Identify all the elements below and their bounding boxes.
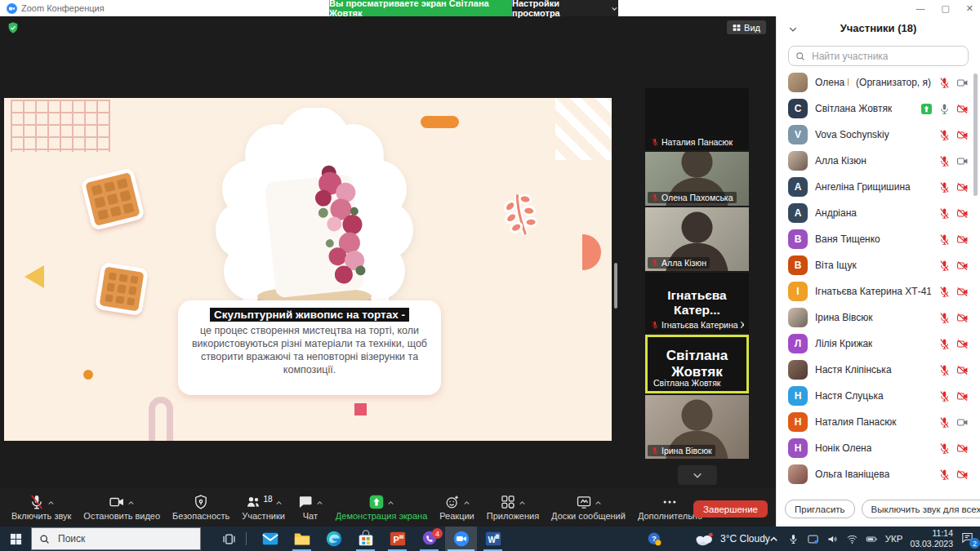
taskbar-zoom[interactable] xyxy=(445,527,477,551)
ring-decoration xyxy=(83,370,93,380)
toolbar-mic-muted[interactable]: Включить звук xyxy=(8,492,74,522)
filmstrip-collapse-button[interactable] xyxy=(678,465,717,485)
chevron-up-icon[interactable] xyxy=(387,495,394,503)
camera-off-icon xyxy=(956,129,969,141)
half-circle-decoration xyxy=(582,234,601,270)
participant-row[interactable]: Ірина Вівсюк xyxy=(777,304,980,331)
chevron-up-icon[interactable] xyxy=(595,495,602,503)
participant-name: Настя Слуцька xyxy=(815,390,884,402)
notification-center-icon[interactable]: 2 xyxy=(960,531,977,547)
participant-search[interactable] xyxy=(788,46,969,66)
participant-row[interactable]: ННонік Олена xyxy=(777,435,980,461)
avatar: І xyxy=(788,282,808,301)
toolbar-apps[interactable]: Приложения xyxy=(483,492,542,522)
word-icon: W xyxy=(484,530,502,548)
battery-icon[interactable] xyxy=(866,533,878,545)
participant-row[interactable]: ВВаня Тищенко xyxy=(777,226,980,252)
video-tile[interactable]: Алла Кізюн xyxy=(645,207,749,271)
tablet-icon[interactable] xyxy=(807,533,819,545)
taskbar-viber[interactable]: 4 xyxy=(413,527,445,551)
minimize-icon[interactable]: — xyxy=(915,4,924,13)
chevron-up-icon[interactable] xyxy=(275,495,283,503)
task-view-icon[interactable] xyxy=(219,527,238,551)
video-filmstrip: Наталия ПанасюкОлена ПахомськаАлла Кізюн… xyxy=(645,88,749,485)
chevron-up-icon[interactable] xyxy=(316,495,323,503)
participant-tag: (Организатор, я) xyxy=(856,77,931,88)
participant-row[interactable]: ННастя Слуцька xyxy=(777,383,980,409)
help-tray-icon[interactable]: ? xyxy=(642,527,666,551)
weather-text: 3°C Cloudy xyxy=(720,533,770,544)
taskbar-separator xyxy=(246,532,247,545)
participant-row[interactable]: ННаталия Панасюк xyxy=(777,409,980,435)
microphone-icon[interactable] xyxy=(787,533,800,545)
view-button[interactable]: Вид xyxy=(727,20,766,34)
leaf-decoration xyxy=(497,184,544,242)
close-icon[interactable]: ✕ xyxy=(966,4,973,13)
end-meeting-button[interactable]: Завершение xyxy=(693,500,768,518)
participants-panel: Участники (18) Олена Пахомс...(Организат… xyxy=(776,16,980,527)
tile-label-text: Ігнатьєва Катерина ХТ... xyxy=(662,320,744,330)
participant-row[interactable]: ЛЛілія Крижак xyxy=(777,331,980,357)
taskbar-edge[interactable] xyxy=(318,527,350,551)
panel-scrollbar[interactable] xyxy=(973,73,978,196)
toolbar-label: Доски сообщений xyxy=(551,511,626,521)
participant-row[interactable]: AАндріана xyxy=(777,200,980,226)
participant-row[interactable]: ІІгнатьєва Катерина ХТ-41д xyxy=(777,278,980,304)
toolbar-screen-share[interactable]: Демонстрация экрана xyxy=(332,492,430,522)
maximize-icon[interactable]: ▢ xyxy=(941,4,949,13)
participant-row[interactable]: Ольга Іваніщева xyxy=(777,461,980,487)
app-title: Zoom Конференция xyxy=(21,3,105,13)
taskbar-clock[interactable]: 11:14 03.03.2023 xyxy=(910,528,953,549)
camera-off-icon xyxy=(956,390,969,402)
taskbar-word[interactable]: W xyxy=(477,527,509,551)
toolbar-whiteboard[interactable]: Доски сообщений xyxy=(548,492,629,522)
chevron-up-icon[interactable] xyxy=(127,495,135,503)
video-tile[interactable]: Світлана ЖовтякСвітлана Жовтяк xyxy=(645,335,749,393)
tile-label-text: Алла Кізюн xyxy=(662,258,706,268)
taskbar-mail[interactable] xyxy=(254,527,286,551)
chevron-up-icon[interactable] xyxy=(47,495,55,503)
taskbar-search[interactable] xyxy=(31,527,201,550)
participant-row[interactable]: Настя Кліпінська xyxy=(777,357,980,383)
toolbar-participants[interactable]: 18Участники xyxy=(238,492,288,522)
taskbar-explorer[interactable] xyxy=(286,527,318,551)
panel-resize-handle[interactable] xyxy=(614,263,617,309)
chevron-up-icon[interactable] xyxy=(519,495,526,503)
participant-search-input[interactable] xyxy=(810,50,961,63)
camera-off-icon xyxy=(956,364,969,376)
participant-row[interactable]: AАнгеліна Грищишина xyxy=(777,174,980,200)
wifi-icon[interactable] xyxy=(846,533,858,545)
participant-row[interactable]: Олена Пахомс...(Организатор, я) xyxy=(777,69,980,96)
chevron-up-icon[interactable] xyxy=(463,495,470,503)
chevron-up-icon[interactable] xyxy=(768,533,780,545)
invite-button[interactable]: Пригласить xyxy=(785,500,855,518)
svg-text:W: W xyxy=(488,535,496,544)
mic-muted-icon xyxy=(938,364,951,376)
weather-widget[interactable]: 3°C Cloudy xyxy=(694,527,770,551)
toolbar-camera[interactable]: Остановить видео xyxy=(80,492,163,522)
video-tile[interactable]: Ігнатьєва Катер...Ігнатьєва Катерина ХТ.… xyxy=(645,273,749,333)
participant-row[interactable]: Алла Кізюн xyxy=(777,148,980,174)
participant-row[interactable]: ВВіта Іщук xyxy=(777,252,980,278)
toolbar-chat[interactable]: Чат xyxy=(294,492,327,522)
view-settings-button[interactable]: Настройки просмотра xyxy=(512,0,618,16)
participant-row[interactable]: VVova Sochynskiy xyxy=(777,122,980,148)
video-tile[interactable]: Наталия Панасюк xyxy=(645,88,749,150)
camera-on-icon xyxy=(956,155,969,167)
panel-collapse-chevron-icon[interactable] xyxy=(788,23,798,33)
avatar: C xyxy=(788,99,808,118)
language-indicator[interactable]: УКР xyxy=(885,534,903,544)
participant-row[interactable]: CСвітлана Жовтяк xyxy=(777,96,980,122)
video-tile[interactable]: Олена Пахомська xyxy=(645,152,749,206)
taskbar-store[interactable] xyxy=(350,527,381,551)
toolbar-reactions[interactable]: Реакции xyxy=(436,492,478,522)
mic-muted-icon xyxy=(938,155,951,167)
mute-all-button[interactable]: Выключить звук для всех xyxy=(862,500,980,518)
taskbar-search-input[interactable] xyxy=(56,532,171,545)
video-tile[interactable]: Ірина Вівсюк xyxy=(645,395,749,459)
toolbar-shield[interactable]: Безопасность xyxy=(169,492,233,522)
start-button[interactable] xyxy=(0,527,31,551)
tile-label: Світлана Жовтяк xyxy=(650,377,724,389)
volume-icon[interactable] xyxy=(826,533,839,545)
taskbar-powerpoint[interactable]: P xyxy=(381,527,413,551)
